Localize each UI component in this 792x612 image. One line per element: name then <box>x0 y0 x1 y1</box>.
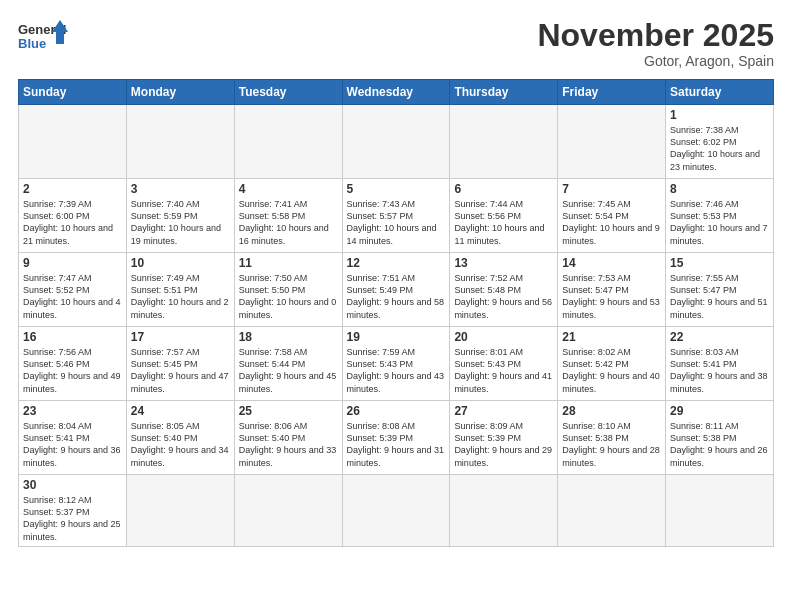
day-number: 13 <box>454 256 553 270</box>
day-info: Sunrise: 8:10 AM Sunset: 5:38 PM Dayligh… <box>562 420 661 469</box>
calendar-body: 1Sunrise: 7:38 AM Sunset: 6:02 PM Daylig… <box>19 105 774 547</box>
day-info: Sunrise: 7:55 AM Sunset: 5:47 PM Dayligh… <box>670 272 769 321</box>
calendar-cell <box>234 475 342 547</box>
day-number: 17 <box>131 330 230 344</box>
day-info: Sunrise: 8:09 AM Sunset: 5:39 PM Dayligh… <box>454 420 553 469</box>
calendar-cell: 19Sunrise: 7:59 AM Sunset: 5:43 PM Dayli… <box>342 327 450 401</box>
day-number: 21 <box>562 330 661 344</box>
day-number: 27 <box>454 404 553 418</box>
day-info: Sunrise: 7:38 AM Sunset: 6:02 PM Dayligh… <box>670 124 769 173</box>
day-info: Sunrise: 7:47 AM Sunset: 5:52 PM Dayligh… <box>23 272 122 321</box>
day-info: Sunrise: 8:04 AM Sunset: 5:41 PM Dayligh… <box>23 420 122 469</box>
calendar-cell <box>450 105 558 179</box>
calendar-cell: 22Sunrise: 8:03 AM Sunset: 5:41 PM Dayli… <box>666 327 774 401</box>
day-info: Sunrise: 7:43 AM Sunset: 5:57 PM Dayligh… <box>347 198 446 247</box>
calendar-cell <box>342 105 450 179</box>
day-number: 16 <box>23 330 122 344</box>
col-thursday: Thursday <box>450 80 558 105</box>
day-info: Sunrise: 7:52 AM Sunset: 5:48 PM Dayligh… <box>454 272 553 321</box>
calendar-cell: 29Sunrise: 8:11 AM Sunset: 5:38 PM Dayli… <box>666 401 774 475</box>
day-number: 3 <box>131 182 230 196</box>
calendar-cell: 5Sunrise: 7:43 AM Sunset: 5:57 PM Daylig… <box>342 179 450 253</box>
col-friday: Friday <box>558 80 666 105</box>
day-number: 28 <box>562 404 661 418</box>
calendar-cell <box>126 475 234 547</box>
calendar-title: November 2025 <box>537 18 774 53</box>
day-info: Sunrise: 8:11 AM Sunset: 5:38 PM Dayligh… <box>670 420 769 469</box>
calendar-cell: 17Sunrise: 7:57 AM Sunset: 5:45 PM Dayli… <box>126 327 234 401</box>
day-number: 9 <box>23 256 122 270</box>
day-info: Sunrise: 7:59 AM Sunset: 5:43 PM Dayligh… <box>347 346 446 395</box>
day-number: 26 <box>347 404 446 418</box>
day-number: 18 <box>239 330 338 344</box>
calendar-table: Sunday Monday Tuesday Wednesday Thursday… <box>18 79 774 547</box>
day-number: 7 <box>562 182 661 196</box>
day-number: 8 <box>670 182 769 196</box>
day-info: Sunrise: 7:41 AM Sunset: 5:58 PM Dayligh… <box>239 198 338 247</box>
calendar-cell <box>558 475 666 547</box>
calendar-cell: 26Sunrise: 8:08 AM Sunset: 5:39 PM Dayli… <box>342 401 450 475</box>
day-number: 14 <box>562 256 661 270</box>
day-number: 30 <box>23 478 122 492</box>
day-number: 19 <box>347 330 446 344</box>
logo: General Blue <box>18 18 68 60</box>
day-number: 6 <box>454 182 553 196</box>
day-number: 29 <box>670 404 769 418</box>
calendar-cell: 24Sunrise: 8:05 AM Sunset: 5:40 PM Dayli… <box>126 401 234 475</box>
svg-text:Blue: Blue <box>18 36 46 51</box>
calendar-row: 30Sunrise: 8:12 AM Sunset: 5:37 PM Dayli… <box>19 475 774 547</box>
calendar-cell: 9Sunrise: 7:47 AM Sunset: 5:52 PM Daylig… <box>19 253 127 327</box>
col-monday: Monday <box>126 80 234 105</box>
calendar-cell: 1Sunrise: 7:38 AM Sunset: 6:02 PM Daylig… <box>666 105 774 179</box>
header: General Blue November 2025 Gotor, Aragon… <box>18 18 774 69</box>
day-number: 1 <box>670 108 769 122</box>
day-number: 10 <box>131 256 230 270</box>
day-number: 25 <box>239 404 338 418</box>
calendar-cell: 23Sunrise: 8:04 AM Sunset: 5:41 PM Dayli… <box>19 401 127 475</box>
day-number: 2 <box>23 182 122 196</box>
calendar-cell: 25Sunrise: 8:06 AM Sunset: 5:40 PM Dayli… <box>234 401 342 475</box>
day-info: Sunrise: 7:53 AM Sunset: 5:47 PM Dayligh… <box>562 272 661 321</box>
day-info: Sunrise: 7:45 AM Sunset: 5:54 PM Dayligh… <box>562 198 661 247</box>
calendar-cell: 7Sunrise: 7:45 AM Sunset: 5:54 PM Daylig… <box>558 179 666 253</box>
day-number: 5 <box>347 182 446 196</box>
calendar-cell: 30Sunrise: 8:12 AM Sunset: 5:37 PM Dayli… <box>19 475 127 547</box>
day-number: 20 <box>454 330 553 344</box>
day-info: Sunrise: 8:05 AM Sunset: 5:40 PM Dayligh… <box>131 420 230 469</box>
calendar-cell: 15Sunrise: 7:55 AM Sunset: 5:47 PM Dayli… <box>666 253 774 327</box>
page: General Blue November 2025 Gotor, Aragon… <box>0 0 792 557</box>
day-info: Sunrise: 8:08 AM Sunset: 5:39 PM Dayligh… <box>347 420 446 469</box>
header-row: Sunday Monday Tuesday Wednesday Thursday… <box>19 80 774 105</box>
day-info: Sunrise: 8:02 AM Sunset: 5:42 PM Dayligh… <box>562 346 661 395</box>
day-number: 15 <box>670 256 769 270</box>
calendar-cell <box>126 105 234 179</box>
calendar-cell: 27Sunrise: 8:09 AM Sunset: 5:39 PM Dayli… <box>450 401 558 475</box>
day-info: Sunrise: 8:01 AM Sunset: 5:43 PM Dayligh… <box>454 346 553 395</box>
title-block: November 2025 Gotor, Aragon, Spain <box>537 18 774 69</box>
calendar-cell: 4Sunrise: 7:41 AM Sunset: 5:58 PM Daylig… <box>234 179 342 253</box>
calendar-cell: 14Sunrise: 7:53 AM Sunset: 5:47 PM Dayli… <box>558 253 666 327</box>
day-info: Sunrise: 7:56 AM Sunset: 5:46 PM Dayligh… <box>23 346 122 395</box>
day-number: 12 <box>347 256 446 270</box>
col-tuesday: Tuesday <box>234 80 342 105</box>
logo-svg: General Blue <box>18 18 68 60</box>
calendar-row: 23Sunrise: 8:04 AM Sunset: 5:41 PM Dayli… <box>19 401 774 475</box>
calendar-subtitle: Gotor, Aragon, Spain <box>537 53 774 69</box>
calendar-cell: 28Sunrise: 8:10 AM Sunset: 5:38 PM Dayli… <box>558 401 666 475</box>
day-number: 11 <box>239 256 338 270</box>
day-info: Sunrise: 8:12 AM Sunset: 5:37 PM Dayligh… <box>23 494 122 543</box>
day-info: Sunrise: 7:49 AM Sunset: 5:51 PM Dayligh… <box>131 272 230 321</box>
day-number: 24 <box>131 404 230 418</box>
calendar-cell: 13Sunrise: 7:52 AM Sunset: 5:48 PM Dayli… <box>450 253 558 327</box>
col-saturday: Saturday <box>666 80 774 105</box>
day-info: Sunrise: 7:50 AM Sunset: 5:50 PM Dayligh… <box>239 272 338 321</box>
calendar-cell: 10Sunrise: 7:49 AM Sunset: 5:51 PM Dayli… <box>126 253 234 327</box>
calendar-cell: 6Sunrise: 7:44 AM Sunset: 5:56 PM Daylig… <box>450 179 558 253</box>
calendar-cell: 8Sunrise: 7:46 AM Sunset: 5:53 PM Daylig… <box>666 179 774 253</box>
calendar-cell <box>450 475 558 547</box>
calendar-row: 9Sunrise: 7:47 AM Sunset: 5:52 PM Daylig… <box>19 253 774 327</box>
calendar-cell: 18Sunrise: 7:58 AM Sunset: 5:44 PM Dayli… <box>234 327 342 401</box>
calendar-row: 2Sunrise: 7:39 AM Sunset: 6:00 PM Daylig… <box>19 179 774 253</box>
calendar-row: 16Sunrise: 7:56 AM Sunset: 5:46 PM Dayli… <box>19 327 774 401</box>
calendar-cell: 16Sunrise: 7:56 AM Sunset: 5:46 PM Dayli… <box>19 327 127 401</box>
